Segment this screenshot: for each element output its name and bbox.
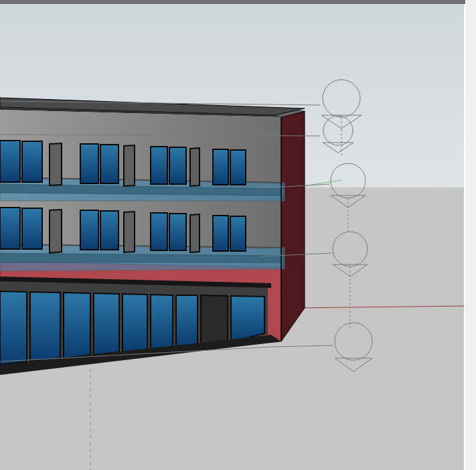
svg-rect-2	[22, 141, 42, 182]
panel-edge-right	[465, 0, 476, 470]
svg-rect-17	[230, 216, 246, 251]
svg-rect-6	[169, 147, 186, 184]
svg-rect-15	[169, 214, 186, 250]
svg-rect-5	[151, 147, 167, 184]
svg-rect-4	[100, 145, 118, 183]
svg-rect-16	[213, 216, 228, 251]
panel-divider	[464, 4, 465, 470]
svg-rect-14	[151, 213, 167, 250]
svg-rect-10	[0, 208, 20, 249]
svg-rect-12	[80, 210, 98, 250]
viewport-canvas[interactable]	[0, 0, 476, 470]
svg-rect-3	[80, 144, 98, 183]
svg-rect-13	[100, 211, 118, 250]
building-model[interactable]	[0, 98, 305, 375]
wall-side-red	[281, 111, 305, 341]
svg-rect-1	[0, 141, 20, 182]
window-titlebar-edge	[0, 0, 469, 4]
viewport-3d[interactable]	[0, 0, 476, 470]
svg-rect-11	[22, 208, 42, 249]
svg-rect-8	[230, 150, 246, 185]
svg-rect-7	[213, 149, 228, 185]
